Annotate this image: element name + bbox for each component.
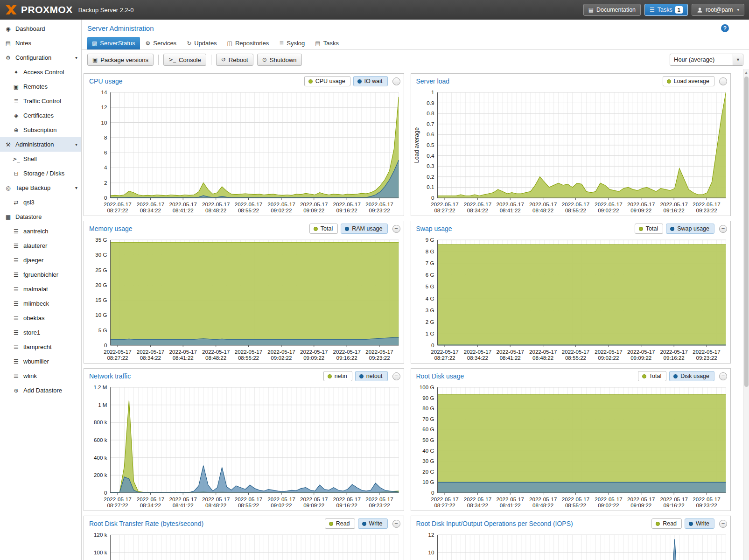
- legend-item-total[interactable]: Total: [638, 371, 666, 381]
- chart-canvas-memory-usage: 05 G10 G15 G20 G25 G30 G35 G2022-05-1708…: [84, 236, 404, 363]
- sidebar-item-configuration[interactable]: ⚙Configuration▾: [0, 50, 81, 65]
- console-button[interactable]: >_Console: [163, 54, 206, 66]
- legend-item-write[interactable]: Write: [685, 518, 714, 529]
- svg-text:08:41:22: 08:41:22: [173, 503, 194, 508]
- documentation-button[interactable]: ▤ Documentation: [583, 4, 641, 16]
- sidebar-item-aantreich[interactable]: ☰aantreich: [0, 224, 81, 238]
- shell-icon: >_: [12, 156, 20, 162]
- sidebar-item-traffic-control[interactable]: ≣Traffic Control: [0, 94, 81, 108]
- legend-item-write[interactable]: Write: [358, 518, 388, 529]
- legend-color-dot: [670, 227, 674, 231]
- tab-label: Repositories: [235, 40, 269, 47]
- tab-label: Syslog: [287, 40, 305, 47]
- collapse-chart-icon[interactable]: −: [392, 520, 400, 528]
- tasks-button[interactable]: ☰ Tasks 1: [644, 4, 688, 16]
- scrollbar-thumb[interactable]: [744, 77, 749, 387]
- toolbar: ▣Package versions>_Console↺Reboot⊙Shutdo…: [82, 50, 749, 70]
- tab-updates[interactable]: ↻Updates: [182, 37, 221, 49]
- tab-serverstatus[interactable]: ▨ServerStatus: [87, 37, 140, 49]
- legend-item-netout[interactable]: netout: [355, 371, 388, 381]
- svg-text:08:34:22: 08:34:22: [467, 208, 488, 213]
- sidebar-item-fgruenbichler[interactable]: ☰fgruenbichler: [0, 267, 81, 282]
- sidebar-item-tlamprecht[interactable]: ☰tlamprecht: [0, 340, 81, 354]
- collapse-chart-icon[interactable]: −: [392, 77, 400, 85]
- sidebar-item-subscription[interactable]: ⊕Subscription: [0, 123, 81, 137]
- legend-item-cpu-usage[interactable]: CPU usage: [304, 76, 350, 86]
- collapse-chart-icon[interactable]: −: [719, 225, 727, 233]
- sidebar-item-dashboard[interactable]: ◉Dashboard: [0, 21, 81, 36]
- tab-repositories[interactable]: ◫Repositories: [223, 37, 274, 49]
- time-range-select[interactable]: Hour (average) ▼: [670, 54, 743, 66]
- expand-caret-icon[interactable]: ▾: [75, 142, 77, 147]
- sidebar-item-qsl3[interactable]: ⇄qsl3: [0, 195, 81, 210]
- svg-text:08:34:22: 08:34:22: [140, 355, 161, 361]
- reboot-button[interactable]: ↺Reboot: [216, 54, 253, 66]
- sidebar-item-tape-backup[interactable]: ◎Tape Backup▾: [0, 181, 81, 195]
- expand-caret-icon[interactable]: ▾: [75, 185, 77, 190]
- svg-text:120 k: 120 k: [94, 532, 107, 538]
- legend-item-total[interactable]: Total: [635, 224, 663, 234]
- package-versions-button[interactable]: ▣Package versions: [87, 54, 154, 66]
- svg-text:09:09:22: 09:09:22: [630, 503, 651, 508]
- sidebar-item-shell[interactable]: >_Shell: [0, 152, 81, 166]
- svg-text:50 G: 50 G: [422, 437, 434, 443]
- svg-text:2022-05-17: 2022-05-17: [595, 497, 622, 502]
- collapse-chart-icon[interactable]: −: [719, 372, 727, 380]
- collapse-chart-icon[interactable]: −: [719, 77, 727, 85]
- sidebar-item-administration[interactable]: ⚒Administration▾: [0, 137, 81, 152]
- vertical-scrollbar[interactable]: ▲: [743, 69, 749, 560]
- sidebar-item-obektas[interactable]: ☰obektas: [0, 311, 81, 325]
- sidebar-item-notes[interactable]: ▤Notes: [0, 36, 81, 50]
- svg-text:08:48:22: 08:48:22: [205, 355, 226, 361]
- svg-text:2022-05-17: 2022-05-17: [202, 202, 230, 207]
- brand-name: PROXMOX: [21, 4, 73, 15]
- sidebar-item-mlimbeck[interactable]: ☰mlimbeck: [0, 296, 81, 311]
- tab-tasks[interactable]: ▤Tasks: [310, 37, 343, 49]
- legend-item-io-wait[interactable]: IO wait: [353, 76, 388, 86]
- help-button[interactable]: ?: [721, 24, 729, 32]
- tab-services[interactable]: ⚙Services: [141, 37, 182, 49]
- sidebar-item-wlink[interactable]: ☰wlink: [0, 369, 81, 383]
- svg-text:08:48:22: 08:48:22: [532, 503, 553, 508]
- combo-trigger[interactable]: ▼: [733, 54, 743, 65]
- tab-syslog[interactable]: ≣Syslog: [274, 37, 309, 49]
- svg-text:09:02:22: 09:02:22: [598, 355, 619, 361]
- sidebar-item-datastore[interactable]: ▦Datastore: [0, 210, 81, 224]
- sidebar-item-storage-disks[interactable]: ⊟Storage / Disks: [0, 166, 81, 181]
- sidebar-item-certificates[interactable]: ◈Certificates: [0, 108, 81, 123]
- collapse-chart-icon[interactable]: −: [719, 520, 727, 528]
- sidebar-item-alauterer[interactable]: ☰alauterer: [0, 238, 81, 253]
- tape-backup-icon: ◎: [4, 185, 12, 191]
- chevron-down-icon: ▾: [737, 7, 739, 12]
- legend-item-netin[interactable]: netin: [323, 371, 352, 381]
- sidebar-item-access-control[interactable]: ✦Access Control: [0, 65, 81, 79]
- scroll-up-icon[interactable]: ▲: [743, 69, 749, 76]
- svg-text:2022-05-17: 2022-05-17: [300, 202, 328, 207]
- sidebar-item-label: tlamprecht: [23, 343, 52, 350]
- sidebar-item-store1[interactable]: ☰store1: [0, 325, 81, 340]
- svg-text:0.5: 0.5: [427, 142, 434, 148]
- chevron-down-icon: ▼: [736, 57, 740, 62]
- sidebar-item-malmalat[interactable]: ☰malmalat: [0, 282, 81, 296]
- legend-item-ram-usage[interactable]: RAM usage: [341, 224, 387, 234]
- svg-text:08:55:22: 08:55:22: [565, 355, 586, 361]
- sidebar-item-label: Storage / Disks: [23, 170, 64, 177]
- collapse-chart-icon[interactable]: −: [392, 372, 400, 380]
- sidebar-item-remotes[interactable]: ▣Remotes: [0, 79, 81, 94]
- legend-item-read[interactable]: Read: [325, 518, 355, 529]
- expand-caret-icon[interactable]: ▾: [75, 55, 77, 60]
- shutdown-button[interactable]: ⊙Shutdown: [257, 54, 302, 66]
- legend-item-total[interactable]: Total: [309, 224, 338, 234]
- sidebar-item-djaeger[interactable]: ☰djaeger: [0, 253, 81, 267]
- collapse-chart-icon[interactable]: −: [392, 225, 400, 233]
- legend-item-load-average[interactable]: Load average: [663, 76, 714, 86]
- user-menu-button[interactable]: root@pam ▾: [692, 4, 744, 16]
- chart-canvas-root-disk-transfer-rate-bytes-second: 020 k40 k60 k80 k100 k120 k2022-05-1708:…: [84, 531, 404, 560]
- svg-text:2022-05-17: 2022-05-17: [431, 349, 458, 355]
- legend-item-swap-usage[interactable]: Swap usage: [666, 224, 714, 234]
- svg-text:09:09:22: 09:09:22: [630, 355, 651, 361]
- sidebar-item-wbumiller[interactable]: ☰wbumiller: [0, 354, 81, 369]
- legend-item-disk-usage[interactable]: Disk usage: [669, 371, 714, 381]
- legend-item-read[interactable]: Read: [651, 518, 682, 529]
- sidebar-item-add-datastore[interactable]: ⊕Add Datastore: [0, 383, 81, 398]
